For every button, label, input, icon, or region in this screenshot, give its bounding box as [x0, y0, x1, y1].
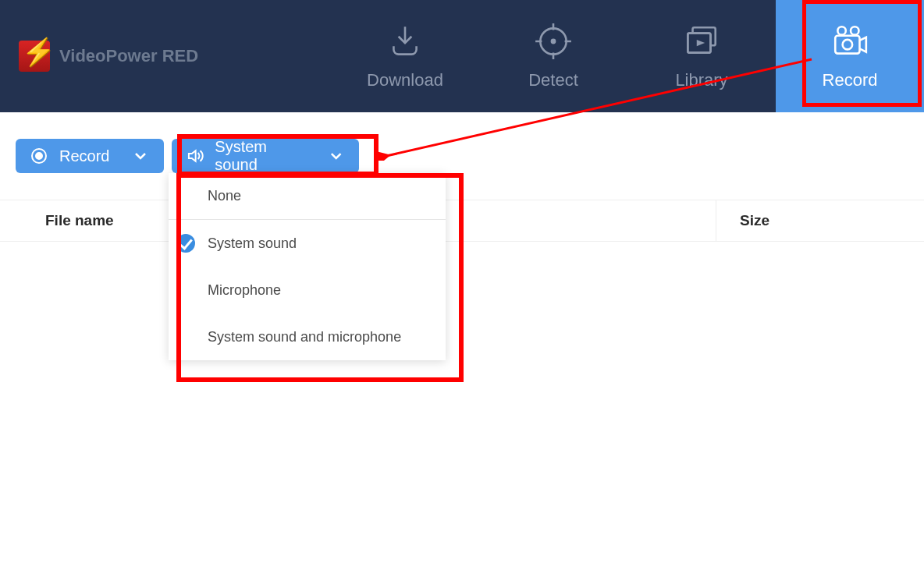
- record-button[interactable]: Record: [16, 139, 164, 173]
- sound-source-button[interactable]: System sound: [172, 139, 359, 173]
- svg-point-8: [843, 40, 853, 50]
- nav-record-label: Record: [823, 70, 878, 90]
- nav-detect[interactable]: Detect: [479, 0, 627, 112]
- sound-option-system[interactable]: System sound: [169, 220, 446, 267]
- svg-rect-7: [835, 36, 859, 54]
- sound-source-label: System sound: [215, 138, 311, 174]
- sound-option-label: Microphone: [208, 282, 281, 299]
- check-icon: [176, 234, 195, 253]
- svg-point-5: [837, 27, 845, 34]
- nav-detect-label: Detect: [528, 70, 578, 90]
- main-nav: Download Detect Library: [331, 0, 924, 112]
- chevron-down-icon: [131, 147, 150, 165]
- sound-option-label: System sound: [208, 235, 297, 252]
- sound-option-none[interactable]: None: [169, 173, 446, 220]
- svg-point-6: [851, 27, 858, 34]
- app-title: VideoPower RED: [59, 46, 198, 66]
- sound-option-label: None: [208, 188, 241, 204]
- sound-option-label: System sound and microphone: [208, 329, 401, 345]
- sound-option-microphone[interactable]: Microphone: [169, 267, 446, 313]
- nav-download-label: Download: [367, 70, 443, 90]
- record-button-label: Record: [59, 147, 109, 165]
- logo-area: VideoPower RED: [0, 41, 331, 72]
- camera-icon: [830, 22, 869, 61]
- column-size: Size: [716, 212, 924, 229]
- sound-dropdown-menu: None System sound Microphone System soun…: [169, 173, 446, 360]
- nav-library[interactable]: Library: [627, 0, 776, 112]
- nav-record[interactable]: Record: [776, 0, 924, 112]
- app-header: VideoPower RED Download Detect: [0, 0, 924, 112]
- app-logo-icon: [19, 41, 50, 72]
- record-toolbar: Record System sound None: [0, 112, 924, 200]
- library-icon: [682, 22, 721, 61]
- speaker-icon: [186, 147, 204, 165]
- svg-point-1: [552, 40, 555, 43]
- sound-option-both[interactable]: System sound and microphone: [169, 313, 446, 360]
- sound-dropdown-wrap: System sound None System sound Microphon…: [172, 139, 359, 173]
- nav-library-label: Library: [675, 70, 727, 90]
- download-icon: [386, 22, 425, 61]
- nav-download[interactable]: Download: [331, 0, 479, 112]
- record-circle-icon: [30, 147, 48, 165]
- file-table-header: File name Size: [0, 200, 924, 242]
- svg-point-10: [36, 153, 42, 159]
- target-icon: [534, 22, 573, 61]
- chevron-down-icon: [327, 147, 345, 165]
